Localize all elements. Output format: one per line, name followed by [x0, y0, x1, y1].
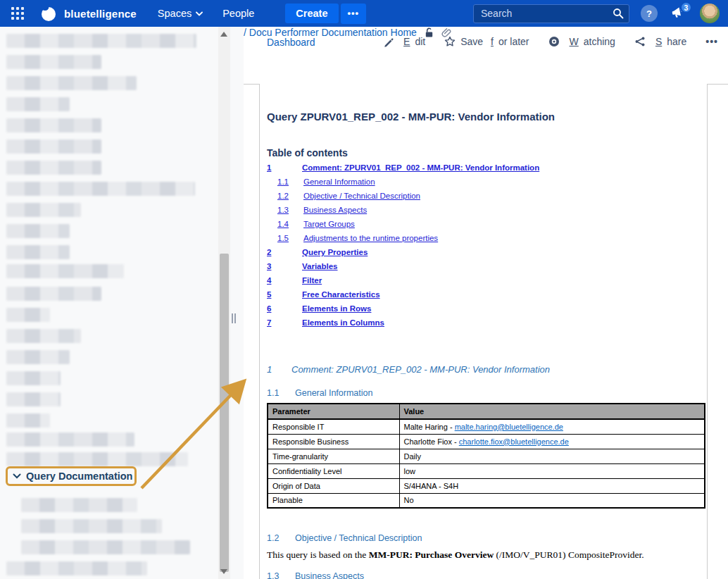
user-avatar[interactable] [700, 4, 720, 23]
bluetelligence-logo-icon[interactable] [39, 4, 58, 23]
sidebar-placeholder-item[interactable] [6, 413, 50, 428]
toc-entry-number[interactable]: 1 [267, 163, 302, 178]
value-cell: low [399, 463, 705, 478]
sidebar-placeholder-item[interactable] [6, 287, 101, 301]
sidebar-placeholder-item[interactable] [6, 203, 81, 217]
sidebar-placeholder-item[interactable] [6, 34, 196, 48]
section-1-2-heading: 1.2 Objective / Technical Description [267, 533, 422, 543]
value-cell: No [399, 493, 705, 508]
toc-entry-number[interactable]: 1.5 [277, 234, 303, 248]
toc-entry: 1.3Business Aspects [267, 206, 696, 220]
toc-entry: 1.1General Information [267, 178, 696, 192]
sidebar-placeholder-item[interactable] [6, 97, 70, 111]
toc-entry-link[interactable]: Variables [302, 262, 338, 276]
create-button[interactable]: Create [285, 4, 338, 23]
sidebar-placeholder-item[interactable] [6, 371, 61, 385]
toc-entry-link[interactable]: Adjustments to the runtime properties [303, 234, 438, 248]
sidebar-placeholder-item[interactable] [6, 182, 195, 196]
top-navigation-bar: bluetelligence Spaces People Create ••• … [0, 0, 728, 27]
toc-entry-link[interactable]: Free Characteristics [302, 290, 380, 304]
sidebar-placeholder-item[interactable] [6, 76, 137, 90]
toc-entry-link[interactable]: General Information [303, 178, 375, 192]
scrollbar-thumb[interactable] [220, 254, 229, 572]
toc-entry-link[interactable]: Objective / Technical Description [303, 192, 420, 206]
sidebar-placeholder-item[interactable] [21, 519, 162, 533]
parameter-cell: Responsible IT [268, 419, 399, 434]
table-row: Origin of DataS/4HANA - S4H [268, 478, 705, 493]
sidebar-placeholder-item[interactable] [6, 329, 81, 343]
toc-entry-link[interactable]: Filter [302, 276, 322, 290]
table-row: Time-granularityDaily [268, 449, 705, 463]
sidebar-placeholder-item[interactable] [6, 224, 70, 238]
value-cell: S/4HANA - S4H [399, 478, 705, 493]
toc-entry-link[interactable]: Query Properties [302, 248, 368, 262]
toc-entry-number[interactable]: 7 [267, 318, 302, 332]
nav-spaces[interactable]: Spaces [158, 8, 203, 19]
search-input[interactable] [473, 4, 629, 23]
toc-entry-link[interactable]: Business Aspects [303, 206, 367, 220]
value-cell: Charlotte Fiox - charlotte.fiox@bluetell… [399, 434, 705, 449]
sidebar-scrollbar[interactable] [218, 27, 230, 579]
help-button[interactable]: ? [641, 5, 658, 22]
parameter-cell: Responsible Business [268, 434, 399, 449]
sidebar-placeholder-item[interactable] [6, 161, 101, 175]
sidebar-placeholder-item[interactable] [6, 432, 134, 447]
toc-entry-number[interactable]: 1.4 [277, 220, 303, 234]
sidebar-placeholder-item[interactable] [6, 350, 70, 364]
sidebar-placeholder-item[interactable] [6, 452, 188, 466]
sidebar-placeholder-item[interactable] [6, 308, 50, 322]
email-link[interactable]: charlotte.fiox@bluetelligence.de [459, 437, 569, 446]
app-switcher-icon[interactable] [11, 7, 24, 20]
parameter-cell: Planable [268, 493, 399, 508]
sidebar-resize-grip[interactable] [232, 313, 236, 323]
edit-button[interactable]: Edit [383, 36, 425, 47]
sidebar-placeholder-item[interactable] [21, 540, 190, 554]
toc-entry-number[interactable]: 1.1 [277, 178, 303, 192]
sidebar-placeholder-item[interactable] [6, 118, 101, 132]
sidebar-placeholder-item[interactable] [6, 245, 70, 259]
sidebar-placeholder-item[interactable] [6, 264, 124, 278]
table-row: Responsible BusinessCharlotte Fiox - cha… [268, 434, 705, 449]
parameter-cell: Time-granularity [268, 449, 399, 463]
scroll-down-arrow-icon[interactable] [220, 569, 227, 574]
page-more-actions-button[interactable]: ••• [705, 36, 718, 47]
nav-people[interactable]: People [222, 8, 254, 19]
nav-more-button[interactable]: ••• [341, 4, 367, 24]
toc-entry: 4Filter [267, 276, 696, 290]
sidebar-placeholder-item[interactable] [6, 55, 101, 69]
sidebar-placeholder-item[interactable] [6, 139, 101, 154]
sidebar-item-query-documentation[interactable]: Query Documentation [6, 466, 137, 486]
toc-entry-link[interactable]: Comment: ZPURV01_REP_002 - MM-PUR: Vendo… [302, 163, 539, 178]
toc-entry: 7Elements in Columns [267, 318, 696, 332]
sidebar-placeholder-item[interactable] [6, 561, 147, 575]
chevron-down-icon[interactable] [13, 473, 21, 479]
toc-entry-link[interactable]: Elements in Rows [302, 304, 371, 318]
sidebar-placeholder-item[interactable] [21, 498, 137, 512]
toc-entry-number[interactable]: 2 [267, 248, 302, 262]
search-icon[interactable] [613, 8, 624, 19]
toc-entry: 3Variables [267, 262, 696, 276]
page-tree-sidebar: Query Documentation [0, 27, 244, 579]
toc-entry-number[interactable]: 3 [267, 262, 302, 276]
notifications-button[interactable]: 3 [670, 6, 687, 21]
toc-entry-number[interactable]: 5 [267, 290, 302, 304]
toc-entry-link[interactable]: Elements in Columns [302, 318, 384, 332]
section-1-2-paragraph: This query is based on the MM-PUR: Purch… [267, 549, 700, 561]
email-link[interactable]: malte.haring@bluetelligence.de [455, 423, 563, 431]
page-actions-bar: Edit Save for later Watching [383, 36, 718, 47]
scroll-up-arrow-icon[interactable] [220, 32, 227, 37]
sidebar-placeholder-item[interactable] [6, 392, 61, 406]
toc-entry-number[interactable]: 6 [267, 304, 302, 318]
toc-entry-link[interactable]: Target Groups [303, 220, 355, 234]
brand-name[interactable]: bluetelligence [64, 8, 137, 20]
breadcrumb-dashboard[interactable]: Dashboard [267, 37, 315, 48]
share-icon [634, 36, 646, 47]
parameter-cell: Confidentiality Level [268, 463, 399, 478]
save-for-later-button[interactable]: Save for later [444, 36, 529, 47]
toc-entry-number[interactable]: 1.3 [277, 206, 303, 220]
share-button[interactable]: Share [634, 36, 686, 47]
toc-entry-number[interactable]: 1.2 [277, 192, 303, 206]
section-1-1-heading: 1.1 General Information [267, 388, 372, 398]
toc-entry-number[interactable]: 4 [267, 276, 302, 290]
watching-button[interactable]: Watching [548, 36, 615, 47]
